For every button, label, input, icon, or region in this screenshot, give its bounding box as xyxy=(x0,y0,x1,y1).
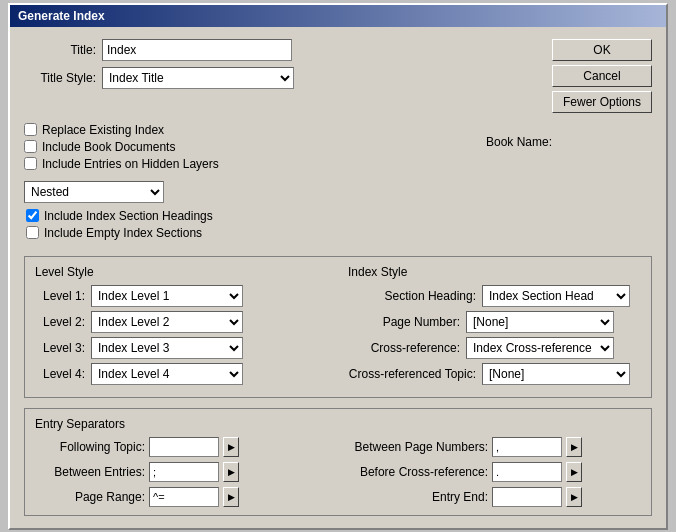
include-book-docs-checkbox[interactable] xyxy=(24,140,37,153)
entry-separators-label: Entry Separators xyxy=(35,417,641,431)
level2-label: Level 2: xyxy=(35,315,85,329)
cross-referenced-topic-label: Cross-referenced Topic: xyxy=(348,367,476,381)
nested-select[interactable]: Nested xyxy=(24,181,164,203)
include-section-headings-checkbox[interactable] xyxy=(26,209,39,222)
cross-reference-select[interactable]: Index Cross-reference xyxy=(466,337,614,359)
cancel-button[interactable]: Cancel xyxy=(552,65,652,87)
generate-index-dialog: Generate Index Title: Title Style: Index… xyxy=(8,3,668,530)
between-entries-input[interactable] xyxy=(149,462,219,482)
entry-end-input[interactable] xyxy=(492,487,562,507)
level1-select[interactable]: Index Level 1 xyxy=(91,285,243,307)
title-style-select[interactable]: Index Title xyxy=(102,67,294,89)
before-cross-reference-input[interactable] xyxy=(492,462,562,482)
title-style-label: Title Style: xyxy=(24,71,96,85)
page-range-label: Page Range: xyxy=(35,490,145,504)
page-range-btn[interactable]: ▶ xyxy=(223,487,239,507)
book-name-label: Book Name: xyxy=(486,135,552,149)
page-number-label: Page Number: xyxy=(348,315,460,329)
include-hidden-layers-label: Include Entries on Hidden Layers xyxy=(42,157,219,171)
include-section-headings-label: Include Index Section Headings xyxy=(44,209,213,223)
page-number-select[interactable]: [None] xyxy=(466,311,614,333)
replace-existing-label: Replace Existing Index xyxy=(42,123,164,137)
level3-label: Level 3: xyxy=(35,341,85,355)
include-book-docs-label: Include Book Documents xyxy=(42,140,175,154)
level3-select[interactable]: Index Level 3 xyxy=(91,337,243,359)
ok-button[interactable]: OK xyxy=(552,39,652,61)
title-input[interactable] xyxy=(102,39,292,61)
section-heading-select[interactable]: Index Section Head xyxy=(482,285,630,307)
before-cross-reference-label: Before Cross-reference: xyxy=(348,465,488,479)
between-page-numbers-input[interactable] xyxy=(492,437,562,457)
level2-select[interactable]: Index Level 2 xyxy=(91,311,243,333)
cross-referenced-topic-select[interactable]: [None] xyxy=(482,363,630,385)
replace-existing-checkbox[interactable] xyxy=(24,123,37,136)
index-style-label: Index Style xyxy=(348,265,641,279)
dialog-title: Generate Index xyxy=(10,5,666,27)
following-topic-label: Following Topic: xyxy=(35,440,145,454)
level4-label: Level 4: xyxy=(35,367,85,381)
title-label: Title: xyxy=(24,43,96,57)
include-empty-sections-label: Include Empty Index Sections xyxy=(44,226,202,240)
cross-reference-label: Cross-reference: xyxy=(348,341,460,355)
between-entries-label: Between Entries: xyxy=(35,465,145,479)
section-heading-label: Section Heading: xyxy=(348,289,476,303)
include-empty-sections-checkbox[interactable] xyxy=(26,226,39,239)
level4-select[interactable]: Index Level 4 xyxy=(91,363,243,385)
entry-end-label: Entry End: xyxy=(348,490,488,504)
between-page-numbers-label: Between Page Numbers: xyxy=(348,440,488,454)
include-hidden-layers-checkbox[interactable] xyxy=(24,157,37,170)
fewer-options-button[interactable]: Fewer Options xyxy=(552,91,652,113)
following-topic-input[interactable] xyxy=(149,437,219,457)
following-topic-btn[interactable]: ▶ xyxy=(223,437,239,457)
level1-label: Level 1: xyxy=(35,289,85,303)
entry-end-btn[interactable]: ▶ xyxy=(566,487,582,507)
before-cross-reference-btn[interactable]: ▶ xyxy=(566,462,582,482)
between-page-numbers-btn[interactable]: ▶ xyxy=(566,437,582,457)
page-range-input[interactable] xyxy=(149,487,219,507)
between-entries-btn[interactable]: ▶ xyxy=(223,462,239,482)
level-style-label: Level Style xyxy=(35,265,328,279)
